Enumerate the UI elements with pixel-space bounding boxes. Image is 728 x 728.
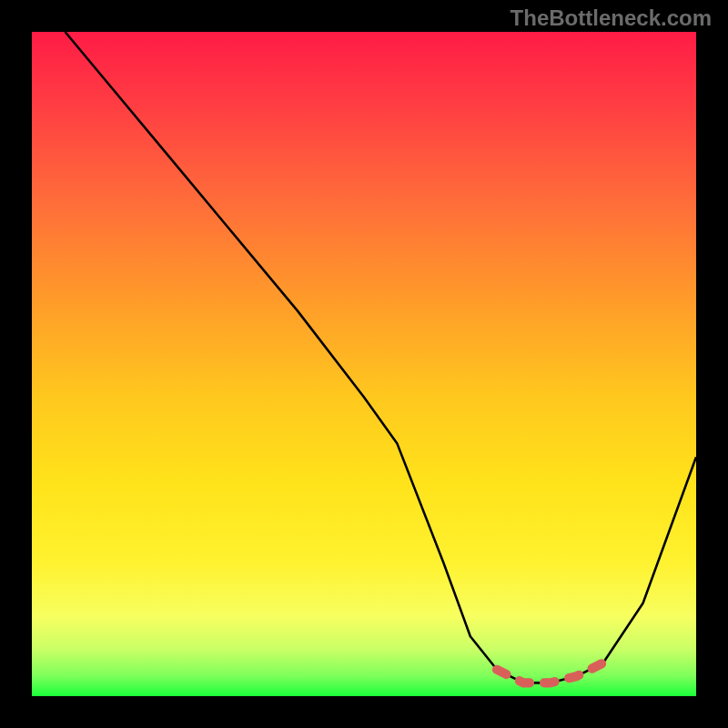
plot-area (32, 32, 696, 696)
watermark-text: TheBottleneck.com (511, 5, 712, 31)
main-curve (66, 32, 697, 682)
curve-layer (32, 32, 696, 696)
chart-container: TheBottleneck.com (0, 0, 728, 728)
trough-markers (497, 663, 603, 683)
